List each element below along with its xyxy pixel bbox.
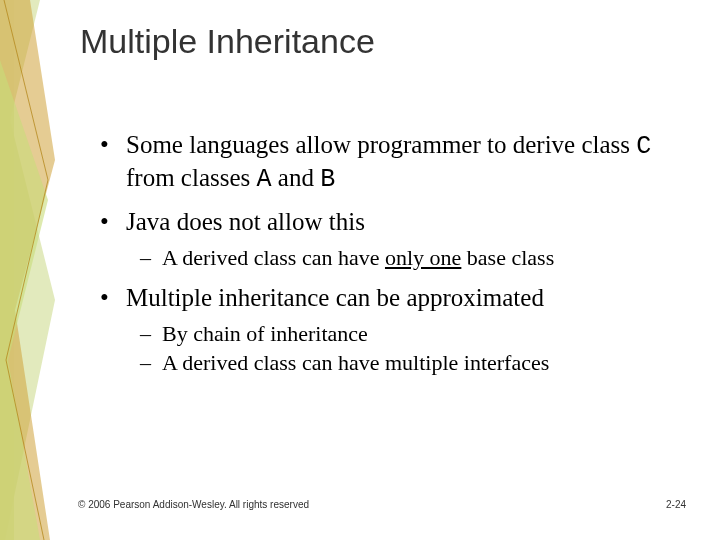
- code-span: B: [320, 165, 335, 194]
- sub-bullet-text: A derived class can have multiple interf…: [162, 350, 549, 375]
- bullet-item: Java does not allow this A derived class…: [100, 207, 680, 271]
- code-span: C: [636, 132, 651, 161]
- sub-bullet-item: A derived class can have only one base c…: [126, 244, 680, 272]
- footer-page-number: 2-24: [666, 499, 686, 510]
- slide-body: Some languages allow programmer to deriv…: [100, 130, 680, 389]
- bullet-text: Some languages allow programmer to deriv…: [126, 131, 636, 158]
- slide-title: Multiple Inheritance: [80, 22, 375, 61]
- sub-bullet-text: By chain of inheritance: [162, 321, 368, 346]
- bullet-text: from classes: [126, 164, 257, 191]
- sub-bullet-text: A derived class can have: [162, 245, 385, 270]
- bullet-text: Java does not allow this: [126, 208, 365, 235]
- bullet-item: Multiple inheritance can be approximated…: [100, 283, 680, 377]
- code-span: A: [257, 165, 272, 194]
- sub-bullet-item: By chain of inheritance: [126, 320, 680, 348]
- bullet-text: Multiple inheritance can be approximated: [126, 284, 544, 311]
- bullet-item: Some languages allow programmer to deriv…: [100, 130, 680, 195]
- footer-copyright: © 2006 Pearson Addison-Wesley. All right…: [78, 499, 309, 510]
- bullet-text: and: [272, 164, 321, 191]
- underline-text: only one: [385, 245, 461, 270]
- sub-bullet-text: base class: [461, 245, 554, 270]
- sub-bullet-item: A derived class can have multiple interf…: [126, 349, 680, 377]
